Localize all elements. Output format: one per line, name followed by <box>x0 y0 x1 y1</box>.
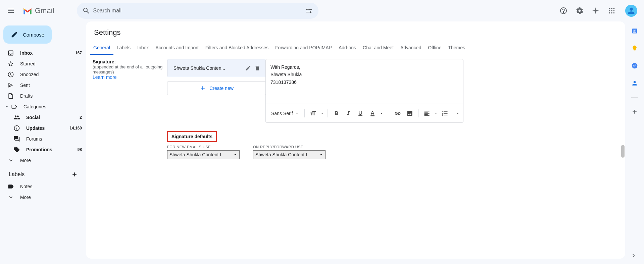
settings-tabs: General Labels Inbox Accounts and Import… <box>86 42 625 55</box>
gmail-logo-text: Gmail <box>35 6 54 15</box>
tab-accounts[interactable]: Accounts and Import <box>152 42 202 55</box>
chevron-down-icon <box>7 194 14 201</box>
sidebar-item-drafts[interactable]: Drafts <box>0 91 86 101</box>
chevron-down-icon[interactable] <box>456 111 460 115</box>
svg-rect-9 <box>370 115 375 116</box>
signature-defaults-heading: Signature defaults <box>167 131 217 142</box>
tag-icon <box>13 146 20 153</box>
gmail-logo-icon <box>23 7 32 14</box>
underline-button[interactable] <box>355 108 365 118</box>
chevron-down-icon <box>295 111 299 115</box>
svg-point-2 <box>613 8 615 9</box>
tab-chat[interactable]: Chat and Meet <box>359 42 397 55</box>
sidebar-category-forums[interactable]: Forums <box>0 134 86 144</box>
signature-list-item[interactable]: Shweta Shukla Conten... <box>167 59 265 77</box>
scrollbar-thumb[interactable] <box>621 145 625 158</box>
chevron-down-icon <box>319 153 323 157</box>
search-options-icon[interactable] <box>302 4 316 17</box>
settings-panel: Settings General Labels Inbox Accounts a… <box>86 21 625 259</box>
tab-offline[interactable]: Offline <box>425 42 445 55</box>
calendar-addon-icon[interactable]: 31 <box>631 28 638 34</box>
tab-forwarding[interactable]: Forwarding and POP/IMAP <box>272 42 335 55</box>
send-icon <box>7 82 14 89</box>
compose-label: Compose <box>23 32 44 38</box>
chevron-down-icon <box>320 111 324 115</box>
svg-point-0 <box>609 8 610 9</box>
label-icon <box>7 183 14 190</box>
sidebar: Compose Inbox 167 Starred Snoozed <box>0 21 86 264</box>
tab-advanced[interactable]: Advanced <box>397 42 425 55</box>
signature-label: Signature: <box>93 59 167 64</box>
link-button[interactable] <box>393 108 403 118</box>
tab-labels[interactable]: Labels <box>113 42 134 55</box>
on-reply-forward-select[interactable]: Shweta Shukla Content I <box>253 150 326 159</box>
sidebar-more[interactable]: More <box>0 155 86 166</box>
hide-side-panel-button[interactable] <box>629 251 639 261</box>
svg-point-3 <box>609 10 610 11</box>
settings-icon[interactable] <box>573 4 586 17</box>
sidebar-label-notes[interactable]: Notes <box>0 181 86 192</box>
font-family-select[interactable]: Sans Serif <box>269 111 301 116</box>
italic-button[interactable] <box>343 108 353 118</box>
font-size-button[interactable] <box>308 108 318 118</box>
labels-heading: Labels <box>9 171 24 177</box>
sidebar-labels-more[interactable]: More <box>0 192 86 203</box>
gmail-logo[interactable]: Gmail <box>21 6 54 15</box>
people-icon <box>13 114 20 121</box>
sidebar-category-promotions[interactable]: Promotions 98 <box>0 144 86 155</box>
bold-button[interactable] <box>331 108 341 118</box>
search-bar <box>77 3 318 19</box>
file-icon <box>7 93 14 99</box>
align-button[interactable] <box>422 108 432 118</box>
image-button[interactable] <box>405 108 415 118</box>
sidebar-item-inbox[interactable]: Inbox 167 <box>0 48 86 58</box>
tab-general[interactable]: General <box>90 42 113 55</box>
apps-grid-icon[interactable] <box>605 4 618 17</box>
add-label-button[interactable] <box>70 170 79 179</box>
chevron-down-icon <box>380 111 384 115</box>
svg-point-4 <box>611 10 612 11</box>
signature-editor[interactable]: With Regards, Shweta Shukla 7318137386 <box>266 59 463 104</box>
sidebar-item-categories[interactable]: Categories <box>0 101 86 112</box>
tasks-addon-icon[interactable] <box>631 62 638 69</box>
sidebar-item-starred[interactable]: Starred <box>0 58 86 69</box>
for-new-emails-label: FOR NEW EMAILS USE <box>167 145 240 149</box>
pencil-icon <box>11 31 18 38</box>
sidebar-category-social[interactable]: Social 2 <box>0 112 86 123</box>
edit-signature-icon[interactable] <box>243 63 253 73</box>
sidebar-item-sent[interactable]: Sent <box>0 80 86 91</box>
for-new-emails-select[interactable]: Shweta Shukla Content I <box>167 150 240 159</box>
clock-icon <box>7 71 14 78</box>
tab-themes[interactable]: Themes <box>445 42 468 55</box>
keep-addon-icon[interactable] <box>631 45 638 52</box>
sidebar-category-updates[interactable]: Updates 14,160 <box>0 123 86 134</box>
learn-more-link[interactable]: Learn more <box>93 74 167 80</box>
info-icon <box>13 125 20 131</box>
search-input[interactable] <box>93 8 302 14</box>
tab-addons[interactable]: Add-ons <box>335 42 359 55</box>
sidebar-item-snoozed[interactable]: Snoozed <box>0 69 86 80</box>
tab-inbox[interactable]: Inbox <box>134 42 152 55</box>
svg-point-8 <box>613 12 615 14</box>
delete-signature-icon[interactable] <box>253 63 262 73</box>
text-color-button[interactable] <box>367 108 378 118</box>
main-menu-button[interactable] <box>3 3 19 19</box>
account-avatar[interactable] <box>625 5 637 17</box>
svg-point-6 <box>609 12 610 14</box>
search-icon[interactable] <box>80 4 93 17</box>
label-icon <box>11 103 17 110</box>
chevron-down-icon <box>7 157 14 164</box>
tab-filters[interactable]: Filters and Blocked Addresses <box>202 42 272 55</box>
signature-toolbar: Sans Serif <box>266 104 463 122</box>
support-icon[interactable] <box>557 4 570 17</box>
compose-button[interactable]: Compose <box>3 25 52 44</box>
list-button[interactable] <box>440 108 450 118</box>
create-new-signature-button[interactable]: Create new <box>167 81 266 95</box>
chevron-down-icon <box>233 153 237 157</box>
gemini-spark-icon[interactable] <box>589 4 602 17</box>
contacts-addon-icon[interactable] <box>631 80 638 87</box>
inbox-icon <box>7 50 14 56</box>
on-reply-forward-label: ON REPLY/FORWARD USE <box>253 145 326 149</box>
get-addons-icon[interactable] <box>631 108 638 115</box>
chevron-down-icon <box>4 104 11 109</box>
